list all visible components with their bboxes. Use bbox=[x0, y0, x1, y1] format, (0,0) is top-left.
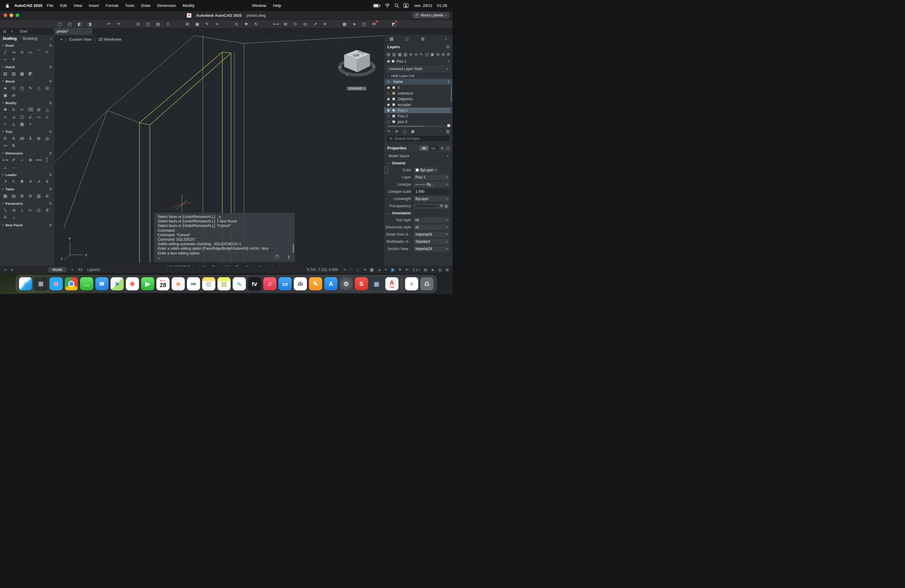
palette-tool-icon[interactable]: ⌫ bbox=[27, 106, 33, 113]
status-tool-icon[interactable]: ◎ bbox=[438, 268, 441, 272]
status-tool-icon[interactable]: ⊞ bbox=[424, 268, 427, 272]
tab-modeling[interactable]: Modeling bbox=[20, 37, 40, 41]
palette-tool-icon[interactable]: ⊟ bbox=[44, 85, 50, 91]
menubar-menu-item[interactable]: Insert bbox=[86, 3, 102, 8]
gear-icon[interactable]: ⚙ bbox=[49, 43, 52, 48]
palette-tool-icon[interactable]: ◈ bbox=[2, 85, 8, 91]
dock-app-icon[interactable]: ❀ bbox=[126, 277, 139, 291]
menubar-menu-item[interactable]: Edit bbox=[57, 3, 70, 8]
layer-row[interactable]: 0 bbox=[384, 85, 452, 91]
viewport-visual-style[interactable]: 2D Wireframe bbox=[98, 37, 121, 41]
property-value-control[interactable]: ——— 1.000 ▦ ▾ bbox=[414, 189, 449, 195]
palette-tool-icon[interactable]: ✎ bbox=[27, 85, 33, 91]
toolbar-icon[interactable]: ◰ bbox=[67, 21, 73, 27]
dock-app-icon[interactable]: NOV. 28 bbox=[157, 277, 170, 291]
property-value-control[interactable]: ——— rd ▦ ▾ bbox=[414, 224, 449, 230]
palette-tool-icon[interactable]: ╱ bbox=[2, 49, 8, 55]
layer-tool-icon[interactable]: ⊟ bbox=[441, 52, 445, 57]
new-layer-icon[interactable]: ⊕ bbox=[395, 129, 399, 133]
palette-tool-icon[interactable]: ✕ bbox=[11, 56, 16, 62]
status-tool-icon[interactable]: ➤ bbox=[431, 268, 434, 272]
toolbar-icon[interactable]: ✚ bbox=[243, 21, 249, 27]
layer-status-icon[interactable] bbox=[387, 92, 390, 95]
toolbar-icon[interactable]: ⊟ bbox=[135, 21, 141, 27]
model-space-canvas[interactable]: + | Custom View | 2D Wireframe YXZ W S E… bbox=[55, 35, 384, 266]
layer-list-scrollbar[interactable] bbox=[451, 85, 452, 124]
layer-tool-icon[interactable]: ▦ bbox=[398, 52, 402, 57]
layout-tab-layout2[interactable]: Layout2 bbox=[87, 268, 100, 272]
toolbar-icon[interactable]: ⇗ bbox=[312, 21, 318, 27]
menubar-menu-item[interactable]: Tools bbox=[122, 3, 138, 8]
property-value-control[interactable]: ——— ByLayer ▦ ▾ bbox=[414, 167, 438, 173]
property-value-control[interactable]: ——— rd ▦ ▾ bbox=[414, 217, 449, 223]
palette-tool-icon[interactable]: ⎡ bbox=[44, 157, 50, 163]
layer-tool-icon[interactable]: ▧ bbox=[404, 52, 407, 57]
dock-app-icon[interactable]: ♫ bbox=[264, 277, 276, 291]
menubar-menu-item[interactable]: Format bbox=[102, 3, 122, 8]
tab-overview-icon[interactable]: ⊞ bbox=[3, 29, 6, 34]
command-window[interactable]: Select faces or [Undo/Remove/ALL]: _uSel… bbox=[154, 213, 295, 262]
transparency-pattern-icon[interactable]: ▦ bbox=[445, 204, 448, 208]
battery-icon[interactable] bbox=[373, 4, 380, 8]
palette-tool-icon[interactable]: ⊞ bbox=[19, 192, 25, 199]
property-value-control[interactable]: ——— By... ▦ ▾ bbox=[414, 182, 449, 188]
layer-status-icon[interactable] bbox=[387, 109, 390, 112]
account-chip[interactable]: Marta Labella ▾ bbox=[412, 12, 449, 18]
hide-layer-list-toggle[interactable]: ⌄ Hide Layer List bbox=[384, 73, 452, 79]
layer-color-swatch[interactable] bbox=[392, 120, 395, 123]
status-toggle-icon[interactable]: ▦ bbox=[370, 267, 373, 272]
viewport-view-label[interactable]: Custom View bbox=[70, 37, 91, 41]
layer-search[interactable] bbox=[387, 135, 450, 142]
layer-row[interactable]: cobertura bbox=[384, 91, 452, 96]
palette-tool-icon[interactable]: ⇅ bbox=[11, 142, 16, 148]
palette-tool-icon[interactable]: ▤ bbox=[11, 192, 16, 199]
minimize-button[interactable] bbox=[10, 13, 13, 17]
transparency-slider[interactable] bbox=[415, 205, 437, 208]
palette-tool-icon[interactable]: ≔ bbox=[2, 142, 8, 148]
layer-row[interactable]: Piso 2 bbox=[384, 113, 452, 119]
columns-icon[interactable]: ▥ bbox=[446, 129, 449, 133]
toolbar-icon[interactable]: ↻ bbox=[292, 21, 298, 27]
dock-app-icon[interactable]: ▤ bbox=[218, 277, 231, 291]
ucs-unnamed-dropdown[interactable]: Unnamed ▾ bbox=[347, 86, 366, 91]
search-icon[interactable] bbox=[394, 3, 399, 8]
layer-tool-icon[interactable]: ⊕ bbox=[409, 52, 413, 57]
palette-section-header[interactable]: ▾ Hatch ⚙ bbox=[0, 64, 54, 70]
palette-tool-icon[interactable]: ↗ bbox=[2, 178, 8, 184]
palette-tool-icon[interactable]: ⊥ bbox=[19, 207, 25, 213]
tab-start[interactable]: Start bbox=[19, 29, 27, 33]
viewport-add-button[interactable]: + bbox=[60, 37, 62, 41]
palette-tool-icon[interactable]: ▥ bbox=[36, 192, 41, 199]
layer-tool-icon[interactable]: ⊖ bbox=[414, 52, 418, 57]
palette-tool-icon[interactable]: ⊿ bbox=[11, 113, 16, 120]
dock-app-icon[interactable]: ✎ bbox=[309, 277, 322, 291]
annotation-scale-control[interactable]: 1:1 ▾ bbox=[413, 268, 420, 272]
toolbar-icon[interactable]: ⊞ bbox=[184, 21, 191, 27]
palette-tool-icon[interactable]: ▭ bbox=[36, 113, 41, 120]
zoom-button[interactable] bbox=[16, 13, 19, 17]
toolbar-icon[interactable]: ▤ bbox=[155, 21, 161, 27]
close-button[interactable] bbox=[3, 13, 7, 17]
palette-tool-icon[interactable]: ↻ bbox=[11, 106, 16, 113]
dock-app-icon[interactable]: ⊞ bbox=[35, 277, 48, 291]
menubar-menu-item[interactable]: Draw bbox=[138, 3, 154, 8]
palette-tool-icon[interactable]: ▦ bbox=[2, 192, 8, 199]
palette-tool-icon[interactable]: ▦ bbox=[19, 121, 25, 127]
toolbar-icon[interactable]: ▢ bbox=[57, 21, 63, 27]
status-tool-icon[interactable]: ⚙ bbox=[445, 268, 449, 272]
toolbar-icon[interactable]: ⊙ bbox=[233, 21, 240, 27]
layer-status-icon[interactable] bbox=[387, 98, 390, 100]
layer-tool-icon[interactable]: ◫ bbox=[425, 52, 429, 57]
toolbar-icon[interactable]: ◎ bbox=[302, 21, 308, 27]
palette-tool-icon[interactable]: ▱ bbox=[2, 113, 8, 120]
collapse-palette-button[interactable]: « bbox=[50, 37, 54, 41]
dock-app-icon[interactable]: ▶ bbox=[141, 277, 154, 291]
palette-tool-icon[interactable]: ≈ bbox=[2, 56, 8, 62]
gear-icon[interactable]: ⚙ bbox=[49, 79, 52, 84]
properties-settings-icon[interactable]: ⊞ bbox=[441, 146, 444, 150]
dock-app-icon[interactable]: A bbox=[324, 277, 338, 291]
menubar-menu-item[interactable]: Modify bbox=[179, 3, 198, 8]
palette-tool-icon[interactable]: ◫ bbox=[19, 113, 25, 120]
new-group-icon[interactable]: ▢ bbox=[403, 129, 406, 133]
property-value-control[interactable]: ——— ByLayer ▦ ▾ bbox=[414, 196, 449, 202]
